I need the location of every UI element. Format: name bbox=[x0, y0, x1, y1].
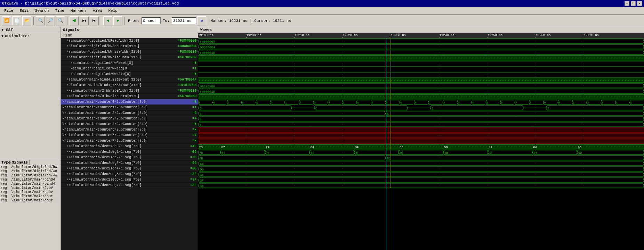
signal-row[interactable]: \/simulator/main/counter4/2.bCounter[3:0… bbox=[61, 122, 198, 127]
signal-row[interactable]: \/simulator/main/counter7/2.bCounter[3:0… bbox=[61, 138, 198, 144]
signals-time-label: Time bbox=[63, 33, 72, 38]
main-layout: ▼ SST ▼ 🖥 simulator Type Signals reg/sim… bbox=[0, 27, 644, 250]
sst-data-row[interactable]: reg\simulator/main/3.bV bbox=[0, 190, 61, 194]
waves-time-ruler: 19190 ns19200 ns19210 ns19220 ns19230 ns… bbox=[198, 33, 644, 39]
sig-name: /simulator/main/bind4_7654/out[31:0] bbox=[66, 83, 176, 87]
sig-name: \/simulator/main/dec2seg6/1.seg[7:0] bbox=[66, 178, 189, 182]
sig-name: /simulator/digitled/wRead[0] bbox=[71, 67, 191, 70]
signal-row[interactable]: \/simulator/main/dec2seg4/1.seg[7:0]=06 bbox=[61, 166, 198, 172]
sig-value: =4F bbox=[190, 144, 196, 148]
marker-info: Marker: 19231 ns | Cursor: 19211 ns bbox=[211, 19, 291, 23]
toolbar-new-icon[interactable]: 📄 bbox=[12, 16, 21, 25]
signal-row[interactable]: /simulator/main/bind4_3210/out[31:0]=667… bbox=[61, 77, 198, 83]
wave-row bbox=[198, 122, 644, 127]
sig-value: =F0000000 bbox=[178, 39, 196, 43]
toolbar-next-marker[interactable]: ⏭ bbox=[90, 16, 99, 25]
sst-item-simulator[interactable]: ▼ 🖥 simulator bbox=[1, 34, 60, 39]
toolbar-zoom-in[interactable]: 🔎 bbox=[46, 16, 55, 25]
sig-name: \/simulator/main/dec2seg2/1.seg[7:0] bbox=[66, 156, 189, 159]
from-input[interactable] bbox=[142, 17, 161, 24]
toolbar-prev-marker[interactable]: ⏮ bbox=[80, 16, 89, 25]
signal-row[interactable]: /simulator/digitled/wRead[0]=1 bbox=[61, 66, 198, 72]
sig-name: \/simulator/main/counter2/2.bCounter[3:0… bbox=[62, 111, 191, 115]
sig-value: =6 bbox=[192, 111, 196, 115]
titlebar: GTKWave - D:\gitwork\out\build\x64-Debug… bbox=[0, 0, 644, 7]
menu-file[interactable]: File bbox=[1, 8, 16, 14]
signals-title: Signals bbox=[63, 28, 79, 32]
sst-type-cell: reg bbox=[1, 194, 11, 198]
signal-row[interactable]: /simulator/digitled/wWrite[0]=1 bbox=[61, 72, 198, 77]
sst-data-row[interactable]: reg\simulator/main/cour bbox=[0, 194, 61, 199]
sst-header: ▼ SST bbox=[0, 27, 61, 33]
sig-value: =7D bbox=[190, 156, 196, 159]
sst-data-row[interactable]: reg/simulator/digitled/wR bbox=[0, 169, 61, 174]
signal-row[interactable]: \/simulator/main/counter6/2.bCounter[3:0… bbox=[61, 133, 198, 138]
signal-row[interactable]: /simulator/digitled/nwReset[0]=1 bbox=[61, 60, 198, 66]
toolbar-open-icon[interactable]: 📂 bbox=[22, 16, 31, 25]
waves-content[interactable] bbox=[198, 39, 644, 250]
signal-row[interactable]: \/simulator/main/3.bWriteData[31:0]=667D… bbox=[61, 94, 198, 99]
sst-data-row[interactable]: reg/simulator/digitled/wW bbox=[0, 174, 61, 178]
toolbar-zoom-fit[interactable]: 🔍 bbox=[36, 16, 45, 25]
signals-header: Signals bbox=[61, 27, 198, 33]
sst-data-row[interactable]: reg/simulator/main/bind4 bbox=[0, 178, 61, 182]
toolbar-wave-left[interactable]: ◄ bbox=[70, 16, 79, 25]
toolbar-sep2 bbox=[67, 17, 67, 25]
marker-text: Marker: 19231 ns bbox=[211, 19, 248, 23]
sig-value: =06 bbox=[190, 167, 196, 170]
to-input[interactable] bbox=[172, 17, 196, 24]
toolbar-nav-left[interactable]: ◄ bbox=[103, 16, 112, 25]
cursor-text: Cursor: 19211 ns bbox=[254, 19, 291, 23]
time-tick-label: 19220 ns bbox=[343, 34, 357, 37]
sst-data-row[interactable]: reg\simulator/main/2.bV bbox=[0, 186, 61, 190]
signal-row[interactable]: \/simulator/main/dec2seg7/1.seg[7:0]=3F bbox=[61, 183, 198, 188]
toolbar-zoom-out[interactable]: 🔍 bbox=[56, 16, 65, 25]
sig-value: =00000004 bbox=[178, 44, 196, 48]
sst-data-row[interactable]: reg/simulator/main/bind4 bbox=[0, 182, 61, 186]
signal-row[interactable]: \/simulator/main/dec2seg3/1.seg[7:0]=66 bbox=[61, 160, 198, 166]
sig-name: \/simulator/main/counter5/2.bCounter[3:0… bbox=[62, 128, 191, 132]
signal-row[interactable]: \/simulator/main/dec2seg2/1.seg[7:0]=7D bbox=[61, 155, 198, 160]
toolbar-signal-icon[interactable]: 📶 bbox=[2, 16, 11, 25]
minimize-button[interactable]: ─ bbox=[625, 1, 629, 6]
sst-expand-icon: ▼ bbox=[1, 34, 3, 38]
sst-collapse-icon[interactable]: ▼ bbox=[1, 28, 6, 32]
signal-row[interactable]: \/simulator/main/dec2seg1/1.seg[7:0]=06 bbox=[61, 149, 198, 155]
sst-type-cell: reg bbox=[1, 174, 11, 177]
toolbar-nav-right[interactable]: ► bbox=[113, 16, 122, 25]
signal-row[interactable]: \/simulator/main/2.bWriteAddr[31:0]=F000… bbox=[61, 88, 198, 94]
sig-name: \/simulator/main/3.bWriteData[31:0] bbox=[66, 94, 176, 98]
signals-list[interactable]: /simulator/digitled/bReadAddr[31:0]=F000… bbox=[61, 38, 198, 250]
wave-row bbox=[198, 61, 644, 66]
signal-row[interactable]: \/simulator/main/dec2seg0/1.seg[7:0]=4F bbox=[61, 144, 198, 149]
close-button[interactable]: ✕ bbox=[637, 1, 642, 6]
signal-row[interactable]: /simulator/digitled/bReadAddr[31:0]=F000… bbox=[61, 38, 198, 44]
toolbar-sep4 bbox=[124, 17, 125, 25]
sst-signal-cell: /simulator/digitled/wW bbox=[11, 174, 60, 177]
sst-type-cell: reg bbox=[1, 165, 11, 169]
signal-row[interactable]: \/simulator/main/counter1/2.bCounter[3:0… bbox=[61, 105, 198, 110]
sig-value: =1 bbox=[192, 72, 196, 76]
menu-time[interactable]: Time bbox=[52, 8, 67, 14]
signal-row[interactable]: \/simulator/main/counter5/2.bCounter[3:0… bbox=[61, 127, 198, 133]
sig-value: =x bbox=[192, 128, 196, 132]
signal-row[interactable]: \/simulator/main/dec2seg6/1.seg[7:0]=3F bbox=[61, 177, 198, 183]
menu-help[interactable]: Help bbox=[105, 8, 120, 14]
signal-row[interactable]: \/simulator/main/dec2seg5/1.seg[7:0]=3F bbox=[61, 172, 198, 177]
signal-row[interactable]: \/simulator/main/counter2/2.bCounter[3:0… bbox=[61, 110, 198, 116]
toolbar-refresh[interactable]: ↻ bbox=[197, 16, 206, 25]
signal-row[interactable]: /simulator/digitled/bWriteData[31:0]=667… bbox=[61, 55, 198, 60]
signal-row[interactable]: \/simulator/main/counter3/2.bCounter[3:0… bbox=[61, 116, 198, 122]
signal-row[interactable]: /simulator/digitled/bReadData[31:0]=0000… bbox=[61, 44, 198, 49]
menu-markers[interactable]: Markers bbox=[68, 8, 89, 14]
signal-row[interactable]: /simulator/main/bind4_7654/out[31:0]=3F3… bbox=[61, 83, 198, 88]
sst-data-row[interactable]: reg/simulator/digitled/bW bbox=[0, 165, 61, 169]
toolbar-sep3 bbox=[101, 17, 101, 25]
signal-row[interactable]: \/simulator/main/counter0/2.bCounter[3:0… bbox=[61, 99, 198, 105]
sst-data-row[interactable]: reg\simulator/main/cour bbox=[0, 199, 61, 203]
maximize-button[interactable]: □ bbox=[631, 1, 636, 6]
menu-edit[interactable]: Edit bbox=[17, 8, 31, 14]
signal-row[interactable]: /simulator/digitled/bWriteAddr[31:0]=F00… bbox=[61, 49, 198, 55]
menu-search[interactable]: Search bbox=[32, 8, 52, 14]
menu-view[interactable]: View bbox=[90, 8, 105, 14]
